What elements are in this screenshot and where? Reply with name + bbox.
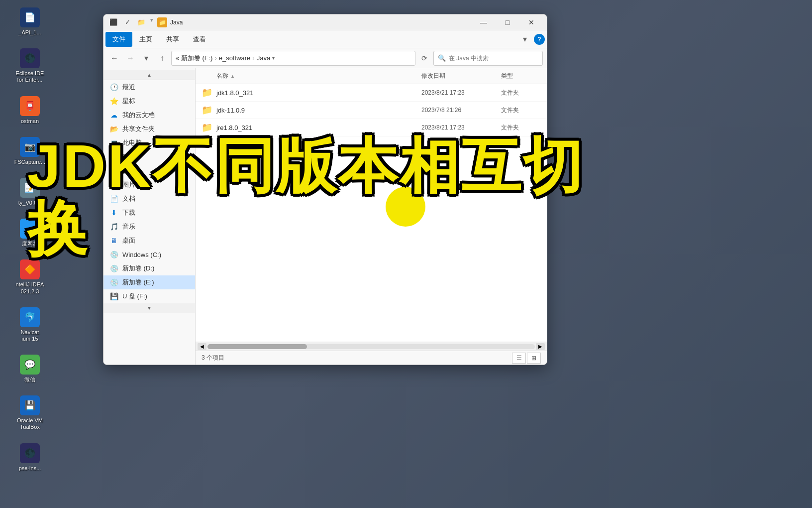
sidebar-scroll-down[interactable]: ▼ (103, 303, 195, 313)
sidebar-item-windows-c[interactable]: 💿 Windows (C:) (103, 248, 195, 261)
breadcrumb-java[interactable]: Java (257, 54, 270, 62)
desktop-icon-baidu[interactable]: ☁ 度网盘 (5, 216, 55, 250)
desktop-icon-ty[interactable]: 📝 ty_V0.6... (5, 175, 55, 209)
api-icon: 📄 (20, 7, 40, 27)
eclipse-ins-icon-label: pse-ins... (19, 465, 41, 472)
close-button[interactable]: ✕ (520, 14, 543, 30)
wechat-icon-label: 微信 (24, 377, 35, 383)
sidebar-item-starred[interactable]: ⭐ 星标 (103, 94, 195, 108)
col-name-label: 名称 (216, 72, 228, 80)
table-row[interactable]: 📁 jre1.8.0_321 2023/8/21 17:23 文件夹 (196, 119, 547, 136)
file-type: 文件夹 (501, 106, 541, 115)
idea-icon: 🔶 (20, 259, 40, 279)
table-row[interactable]: 📁 jdk1.8.0_321 2023/8/21 17:23 文件夹 (196, 84, 547, 102)
main-content: ▲ 🕐 最近 ⭐ 星标 ☁ 我的云文档 📂 共享文件夹 (103, 68, 547, 365)
toolbar-btn-2[interactable]: ✓ (121, 17, 133, 28)
usb-f-icon: 💾 (109, 292, 118, 301)
desktop-icon-api[interactable]: 📄 _API_1... (5, 5, 55, 38)
postman-icon-label: ostman (21, 118, 39, 125)
search-input[interactable] (449, 55, 538, 62)
file-name: jre1.8.0_321 (216, 124, 421, 131)
desktop: 📄 _API_1... 🌑 Eclipse IDEfor Enter... 📮 … (0, 0, 812, 508)
navicat-icon-label: Navicatium 15 (21, 329, 39, 342)
breadcrumb-drive[interactable]: « 新加卷 (E:) (176, 54, 212, 63)
h-scroll-track[interactable] (207, 344, 535, 349)
desktop-icon-navicat[interactable]: 🐬 Navicatium 15 (5, 305, 55, 345)
column-header-type[interactable]: 类型 (501, 72, 541, 80)
sidebar-item-desktop[interactable]: 🖥 桌面 (103, 234, 195, 248)
sidebar-label-pictures: 图片 (122, 180, 135, 189)
menu-bar-right: ▾ ? (518, 32, 545, 46)
breadcrumb-dropdown-arrow[interactable]: ▾ (272, 55, 275, 61)
help-button[interactable]: ? (534, 34, 545, 45)
breadcrumb-sep-2: › (252, 54, 254, 62)
file-date: 2023/8/21 17:23 (421, 89, 501, 96)
status-bar: 3 个项目 ☰ ⊞ (196, 351, 547, 365)
desktop-icon-fscapture[interactable]: 📷 FSCapture... (5, 134, 55, 168)
refresh-button[interactable]: ⟳ (417, 51, 431, 65)
shared-folder-icon: 📂 (109, 125, 118, 133)
sidebar-label-new-vol-e: 新加卷 (E:) (122, 278, 154, 287)
sidebar-item-downloads[interactable]: ⬇ 下载 (103, 206, 195, 220)
desktop-icon-eclipse[interactable]: 🌑 Eclipse IDEfor Enter... (5, 46, 55, 86)
sidebar-item-new-vol-d[interactable]: 💿 新加卷 (D:) (103, 261, 195, 275)
sidebar-item-music[interactable]: 🎵 音乐 (103, 220, 195, 234)
sidebar-label-music: 音乐 (122, 222, 135, 231)
breadcrumb-esoftware[interactable]: e_software (219, 54, 251, 62)
minimize-button[interactable]: — (472, 14, 495, 30)
folder-icon: 📁 (202, 87, 212, 98)
desktop-icon-oracle-vm[interactable]: 💾 Oracle VMTualBox (5, 393, 55, 433)
sidebar-item-shared-folder[interactable]: 📂 共享文件夹 (103, 122, 195, 136)
sidebar-item-videos[interactable]: 🎬 视频 (103, 164, 195, 178)
desktop-icon-postman[interactable]: 📮 ostman (5, 94, 55, 127)
baidu-icon-label: 度网盘 (22, 241, 38, 247)
maximize-button[interactable]: □ (496, 14, 519, 30)
sidebar-item-usb-f[interactable]: 💾 U 盘 (F:) (103, 289, 195, 303)
address-bar: ← → ▾ ↑ « 新加卷 (E:) › e_software › Java ▾… (103, 48, 547, 68)
sidebar-item-pictures[interactable]: 🖼 图片 (103, 178, 195, 192)
sidebar-item-cloud-doc[interactable]: ☁ 我的云文档 (103, 108, 195, 122)
sidebar-label-windows-c: Windows (C:) (122, 251, 161, 258)
desktop-icon-idea[interactable]: 🔶 ntelliJ IDEA021.2.3 (5, 257, 55, 297)
grid-view-button[interactable]: ⊞ (527, 353, 541, 364)
h-scroll-left-btn[interactable]: ◀ (198, 343, 206, 350)
table-row[interactable]: 📁 jdk-11.0.9 2023/7/8 21:26 文件夹 (196, 102, 547, 119)
fscapture-icon-label: FSCapture... (14, 159, 45, 165)
sidebar-label-objects: 对象 (122, 152, 135, 161)
sidebar-item-this-pc[interactable]: 💻 此电脑 (103, 136, 195, 150)
h-scroll-thumb[interactable] (207, 344, 307, 349)
forward-button[interactable]: → (123, 51, 137, 65)
up-button[interactable]: ↑ (155, 51, 169, 65)
sidebar-scroll-up[interactable]: ▲ (103, 70, 195, 80)
share-menu-item[interactable]: 共享 (159, 32, 186, 47)
menu-dropdown-btn[interactable]: ▾ (518, 32, 532, 46)
folder-icon: 📁 (202, 122, 212, 133)
home-menu-item[interactable]: 主页 (132, 32, 159, 47)
back-button[interactable]: ← (107, 51, 121, 65)
sidebar-item-recent[interactable]: 🕐 最近 (103, 80, 195, 94)
sidebar-item-objects[interactable]: 📦 对象 (103, 150, 195, 164)
file-menu-item[interactable]: 文件 (105, 32, 132, 47)
wechat-icon: 💬 (20, 355, 40, 375)
dropdown-nav-button[interactable]: ▾ (139, 51, 153, 65)
sidebar-item-new-vol-e[interactable]: 💿 新加卷 (E:) (103, 275, 195, 289)
sidebar-item-documents[interactable]: 📄 文档 (103, 192, 195, 206)
title-bar-toolbar: ⬛ ✓ 📁 ▾ (107, 17, 153, 28)
column-header-date[interactable]: 修改日期 (421, 72, 501, 80)
navicat-icon: 🐬 (20, 307, 40, 327)
toolbar-btn-1[interactable]: ⬛ (107, 17, 119, 28)
ty-icon-label: ty_V0.6... (18, 200, 41, 206)
title-bar: ⬛ ✓ 📁 ▾ 📁 Java — □ ✕ (103, 14, 547, 30)
breadcrumb: « 新加卷 (E:) › e_software › Java ▾ (171, 51, 415, 66)
horizontal-scrollbar: ◀ ▶ (196, 342, 547, 351)
windows-c-icon: 💿 (109, 250, 118, 259)
h-scroll-right-btn[interactable]: ▶ (536, 343, 545, 350)
toolbar-btn-3[interactable]: 📁 (135, 17, 147, 28)
api-icon-label: _API_1... (18, 29, 41, 36)
desktop-icon-wechat[interactable]: 💬 微信 (5, 352, 55, 385)
idea-icon-label: ntelliJ IDEA021.2.3 (16, 281, 44, 294)
desktop-icon-eclipse-ins[interactable]: 🌑 pse-ins... (5, 441, 55, 474)
column-header-name[interactable]: 名称 ▲ (216, 72, 421, 80)
list-view-button[interactable]: ☰ (512, 353, 526, 364)
view-menu-item[interactable]: 查看 (186, 32, 213, 47)
